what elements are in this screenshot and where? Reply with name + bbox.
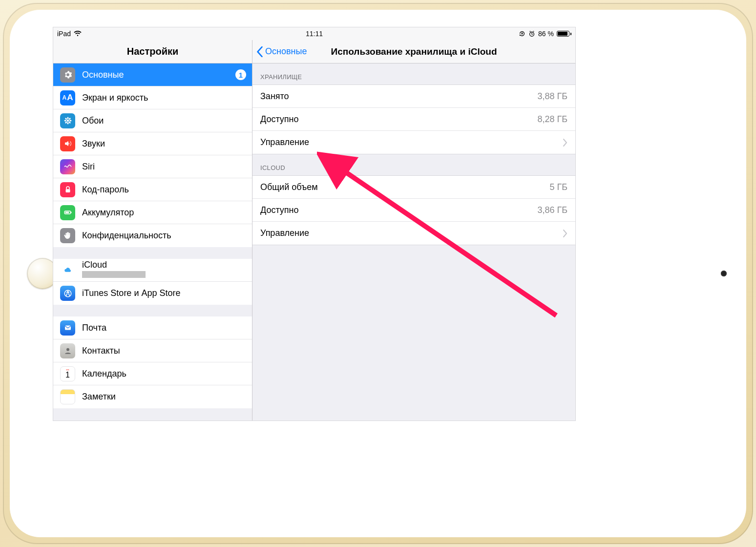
svg-rect-11 [65,189,70,192]
svg-point-5 [64,120,66,122]
sidebar-item-label: Код-пароль [82,185,129,195]
row-label: Управление [260,137,309,147]
sidebar-item-код-пароль[interactable]: Код-пароль [53,178,252,201]
wifi-icon [74,31,82,37]
sidebar-item-label: Обои [82,116,104,126]
detail-row-занято: Занято3,88 ГБ [252,85,575,108]
row-label: Доступно [260,114,299,125]
svg-rect-14 [65,212,69,213]
status-bar: iPad 11:11 86 % [53,27,575,40]
svg-point-10 [68,121,71,124]
chevron-right-icon [563,230,567,237]
sidebar-item-конфиденциальность[interactable]: Конфиденциальность [53,224,252,247]
sidebar-item-label: Основные [82,70,124,80]
sidebar-item-звуки[interactable]: Звуки [53,132,252,155]
detail-pane: Основные Использование хранилища и iClou… [252,40,575,421]
alarm-icon [528,30,535,37]
sidebar-item-itunes-store-и-app-store[interactable]: iTunes Store и App Store [53,282,252,305]
sidebar-item-icloud[interactable]: iCloud [53,259,252,282]
svg-point-6 [69,120,72,122]
row-value: 3,88 ГБ [537,91,567,102]
row-value: 3,86 ГБ [537,205,567,215]
sidebar-item-обои[interactable]: Обои [53,109,252,132]
svg-point-17 [66,348,69,351]
sidebar-item-siri[interactable]: Siri [53,155,252,178]
row-label: Доступно [260,205,299,215]
notification-badge: 1 [235,69,246,80]
sidebar-item-label: Календарь [82,369,126,379]
chevron-right-icon [563,139,567,147]
sidebar-item-label: Почта [82,323,106,333]
row-label: Общий объем [260,182,318,192]
sidebar: Настройки Основные1AAЭкран и яркостьОбои… [53,40,252,421]
back-button[interactable]: Основные [256,46,307,57]
detail-row-общий-объем: Общий объем5 ГБ [252,176,575,199]
front-camera [721,271,727,276]
battery-icon [557,31,571,37]
status-time: 11:11 [306,30,323,38]
sidebar-item-заметки[interactable]: Заметки [53,385,252,408]
back-label: Основные [265,46,307,57]
row-value: 8,28 ГБ [537,114,567,125]
svg-point-2 [66,120,69,122]
row-value: 5 ГБ [549,182,567,192]
sidebar-item-label: Экран и яркость [82,93,148,103]
screen: iPad 11:11 86 % Настройки Основные1AAЭкр… [53,27,576,421]
sidebar-item-аккумулятор[interactable]: Аккумулятор [53,201,252,224]
sidebar-title: Настройки [53,40,252,63]
sidebar-item-календарь[interactable]: •••1Календарь [53,362,252,385]
detail-row-управление[interactable]: Управление [252,222,575,245]
svg-point-7 [64,118,67,120]
row-label: Занято [260,91,289,102]
sidebar-item-label: Конфиденциальность [82,231,171,241]
sidebar-item-label: Заметки [82,392,116,402]
detail-row-доступно: Доступно8,28 ГБ [252,108,575,131]
svg-point-4 [67,122,68,125]
device-label: iPad [57,30,71,38]
detail-nav: Основные Использование хранилища и iClou… [252,40,575,63]
sidebar-item-label: Siri [82,162,95,172]
section-header: ICLOUD [252,154,575,175]
svg-point-8 [68,118,71,120]
section-header: ХРАНИЛИЩЕ [252,63,575,84]
account-email-redacted [82,271,146,278]
sidebar-item-label: Звуки [82,139,105,149]
sidebar-item-label: Контакты [82,346,120,356]
sidebar-item-экран-и-яркость[interactable]: AAЭкран и яркость [53,86,252,109]
row-label: Управление [260,228,309,238]
svg-rect-13 [71,212,72,213]
sidebar-item-основные[interactable]: Основные1 [53,63,252,86]
sidebar-item-label: iCloud [82,260,146,280]
svg-point-9 [64,121,67,124]
svg-point-3 [67,117,68,120]
sidebar-item-контакты[interactable]: Контакты [53,339,252,362]
rotation-lock-icon [519,30,525,37]
sidebar-item-почта[interactable]: Почта [53,316,252,339]
detail-row-управление[interactable]: Управление [252,131,575,154]
sidebar-item-label: iTunes Store и App Store [82,288,181,298]
sidebar-item-label: Аккумулятор [82,208,134,218]
svg-rect-0 [522,33,523,35]
battery-percent: 86 % [538,30,554,38]
detail-row-доступно: Доступно3,86 ГБ [252,199,575,222]
